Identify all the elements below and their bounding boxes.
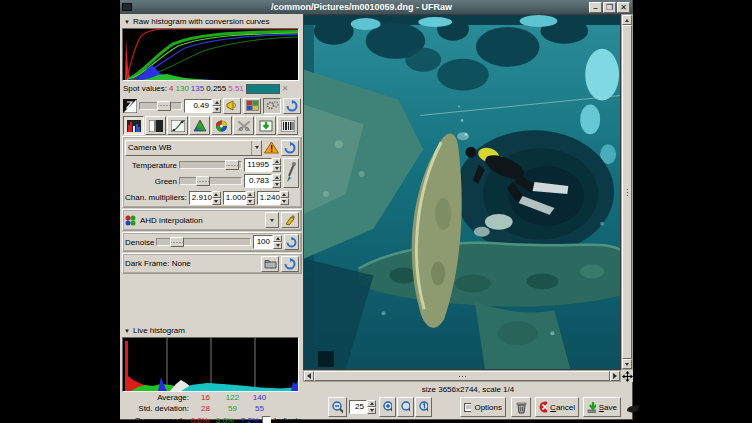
- zoom-100-button[interactable]: [415, 397, 432, 417]
- spot-close-icon[interactable]: ✕: [282, 84, 289, 93]
- zoom-percent-value: 25: [349, 400, 367, 414]
- close-button[interactable]: ✕: [617, 2, 630, 13]
- options-label: Options: [474, 403, 502, 412]
- temperature-spinbox[interactable]: 11995: [244, 158, 281, 172]
- overexposed-blue: 7.2%: [237, 416, 262, 423]
- multiplier-blue-spinbox[interactable]: 1.240: [257, 191, 289, 205]
- cancel-button[interactable]: Cancel: [535, 397, 579, 417]
- live-histogram-label: Live histogram: [133, 326, 185, 335]
- denoise-slider[interactable]: [156, 238, 251, 246]
- denoise-spinbox[interactable]: 100: [253, 235, 282, 249]
- temperature-value: 11995: [244, 158, 272, 172]
- live-histogram-expander[interactable]: ▼ Live histogram: [122, 324, 302, 337]
- window-title: /common/Pictures/m0010059.dng - UFRaw: [135, 0, 588, 14]
- channel-multipliers-label: Chan. multipliers:: [125, 193, 187, 202]
- maximize-button[interactable]: ❐: [603, 2, 616, 13]
- photo-preview[interactable]: [303, 14, 621, 370]
- raw-histogram[interactable]: [122, 28, 299, 81]
- green-value: 0.783: [244, 174, 272, 188]
- zoom-in-button[interactable]: [379, 397, 396, 417]
- overexposed-row: Overexposed: 0.0% 5.0% 7.2% Indicate: [122, 414, 302, 423]
- minimize-button[interactable]: –: [589, 2, 602, 13]
- raw-histogram-expander[interactable]: ▼ Raw histogram with conversion curves: [122, 15, 302, 28]
- exposure-compensation-icon: [123, 99, 137, 113]
- expander-arrow-icon: ▼: [124, 328, 130, 334]
- wb-preset-value: Camera WB: [128, 143, 172, 152]
- reset-denoise-button[interactable]: [284, 234, 299, 250]
- vertical-scroll-thumb[interactable]: [622, 25, 632, 359]
- reset-dark-frame-button[interactable]: [281, 256, 299, 272]
- cancel-label: Cancel: [550, 403, 575, 412]
- tab-transform[interactable]: [233, 116, 254, 135]
- tab-color-correction[interactable]: [211, 116, 232, 135]
- std-deviation-row: Std. deviation: 28 59 55: [122, 403, 302, 414]
- overexposed-green: 5.0%: [212, 416, 237, 423]
- scroll-down-icon[interactable]: [622, 359, 632, 369]
- zoom-out-button[interactable]: [328, 397, 347, 417]
- overexposed-label: Overexposed:: [122, 416, 187, 423]
- live-histogram[interactable]: [122, 337, 299, 392]
- exposure-slider[interactable]: [139, 102, 182, 110]
- titlebar[interactable]: /common/Pictures/m0010059.dng - UFRaw – …: [120, 0, 632, 14]
- multiplier-green-spinbox[interactable]: 1.000: [223, 191, 255, 205]
- green-spinbox[interactable]: 0.783: [244, 174, 281, 188]
- load-dark-frame-folder-button[interactable]: [261, 256, 279, 272]
- reset-exposure-button[interactable]: [283, 98, 301, 114]
- scroll-left-icon[interactable]: [304, 371, 314, 381]
- tab-exif[interactable]: [277, 116, 298, 135]
- options-button[interactable]: Options: [460, 397, 506, 417]
- bottom-toolbar: 25 Options Cancel Save: [303, 396, 633, 420]
- average-blue: 140: [246, 393, 273, 402]
- interpolation-dropdown-button[interactable]: [265, 212, 279, 228]
- clip-highlights-button[interactable]: [223, 98, 241, 114]
- std-green: 59: [219, 404, 246, 413]
- vertical-scrollbar[interactable]: [621, 14, 633, 370]
- scroll-right-icon[interactable]: [610, 371, 620, 381]
- expander-arrow-icon: ▼: [124, 19, 130, 25]
- overexposed-indicate-label: Indicate: [274, 416, 302, 423]
- white-balance-section: Camera WB Temperature 11995: [122, 136, 302, 208]
- interpolation-combobox[interactable]: AHD interpolation: [138, 212, 263, 228]
- scroll-up-icon[interactable]: [622, 15, 632, 25]
- horizontal-scroll-thumb[interactable]: [314, 371, 610, 381]
- exposure-spinbox[interactable]: 0.49: [184, 99, 221, 113]
- chevron-down-icon: [251, 141, 259, 155]
- tab-grayscale[interactable]: [145, 116, 166, 135]
- exposure-value: 0.49: [184, 99, 212, 113]
- average-green: 122: [219, 393, 246, 402]
- zoom-percent-spinbox[interactable]: 25: [349, 400, 376, 414]
- zoom-fit-button[interactable]: [397, 397, 414, 417]
- spot-wb-eyedropper-button[interactable]: [283, 158, 299, 188]
- green-slider[interactable]: [179, 177, 242, 185]
- reset-wb-button[interactable]: [281, 140, 299, 156]
- tab-save[interactable]: [255, 116, 276, 135]
- tab-base-curve[interactable]: [167, 116, 188, 135]
- window-menu-icon[interactable]: [122, 3, 132, 11]
- pan-button[interactable]: [621, 370, 633, 382]
- restore-details-button[interactable]: [263, 98, 281, 114]
- multiplier-green-value: 1.000: [223, 191, 246, 205]
- ufraw-duck-logo: [625, 402, 641, 414]
- save-button[interactable]: Save: [583, 397, 621, 417]
- green-label: Green: [125, 177, 177, 186]
- spot-red-value: 4: [169, 84, 173, 93]
- wb-warning-icon: [264, 141, 279, 154]
- channel-multipliers-row: Chan. multipliers: 2.910 1.000 1.240: [124, 189, 300, 206]
- temperature-slider[interactable]: [179, 161, 242, 169]
- delete-button[interactable]: [511, 397, 531, 417]
- spot-green-value: 130: [175, 84, 188, 93]
- overexposed-indicate-checkbox[interactable]: [262, 416, 271, 423]
- film-emulation-button[interactable]: [243, 98, 261, 114]
- horizontal-scrollbar[interactable]: [303, 370, 621, 382]
- denoise-label: Denoise: [125, 238, 154, 247]
- apply-interpolation-button[interactable]: [281, 212, 299, 228]
- spot-values-label: Spot values:: [123, 84, 167, 93]
- tab-color-management[interactable]: [189, 116, 210, 135]
- spot-blue-value: 135: [191, 84, 204, 93]
- tab-white-balance[interactable]: [123, 116, 144, 135]
- spot-luminance-value: 0.255: [206, 84, 226, 93]
- std-blue: 55: [246, 404, 273, 413]
- dark-frame-label: Dark Frame: None: [125, 259, 259, 268]
- multiplier-red-spinbox[interactable]: 2.910: [189, 191, 221, 205]
- wb-preset-combobox[interactable]: Camera WB: [125, 140, 262, 156]
